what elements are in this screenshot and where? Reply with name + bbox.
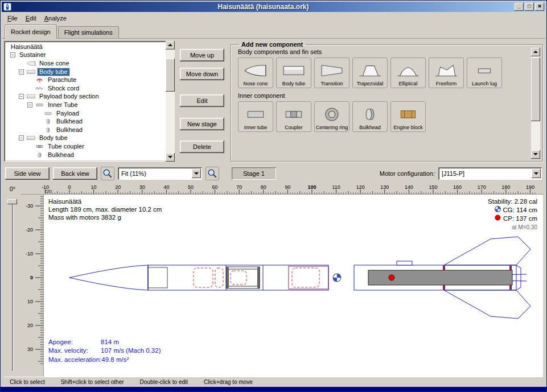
tree-item-bulkhead[interactable]: Bulkhead (6, 151, 166, 159)
tree-item-parachute[interactable]: Parachute (6, 76, 166, 84)
scrollbar-track[interactable] (166, 49, 175, 153)
tree-item-nose-cone[interactable]: Nose cone (6, 59, 166, 68)
zoom-fit-button[interactable] (205, 167, 219, 180)
palette-item-transition[interactable]: Transition (314, 57, 349, 88)
cp-symbol (389, 275, 394, 280)
fin-bottom-shape[interactable] (444, 290, 530, 319)
edit-button[interactable]: Edit (180, 94, 224, 107)
tabstrip: Rocket designFlight simulations (2, 24, 545, 39)
palette-item-trapezoidal[interactable]: Trapezoidal (352, 57, 388, 88)
tree-item-shock-cord[interactable]: Shock cord (6, 84, 166, 93)
palette-item-label: Trapezoidal (357, 81, 384, 86)
status-hint: Double-click to edit (140, 379, 188, 385)
bulkhead-shape[interactable] (227, 267, 228, 288)
palette-item-inner-tube[interactable]: Inner tube (238, 101, 273, 132)
tree-item-tube-coupler[interactable]: Tube coupler (6, 142, 166, 151)
svg-text:190: 190 (526, 184, 534, 190)
motor-config-label: Motor configuration: (380, 170, 435, 177)
cp-text: CP: 137 cm (503, 214, 537, 223)
scroll-up-icon[interactable] (166, 41, 175, 49)
view-toolbar: Side view Back view Fit (11%) Stage 1 Mo… (4, 164, 543, 183)
tree-item-body-tube[interactable]: −Body tube (6, 134, 166, 143)
scrollbar-thumb[interactable] (531, 57, 540, 121)
parachute-shape[interactable] (194, 268, 213, 287)
rocket-canvas[interactable]: Haisunäätä Length 189 cm, max. diameter … (44, 195, 543, 377)
payload-shape[interactable] (231, 271, 246, 284)
rotation-slider-track[interactable] (12, 201, 13, 371)
palette-item-engine-block[interactable]: Engine block (390, 101, 426, 132)
tree-item-payload[interactable]: Payload (6, 109, 166, 118)
zoom-select[interactable]: Fit (11%) (118, 167, 202, 180)
scroll-down-icon[interactable] (531, 150, 540, 159)
delete-button[interactable]: Delete (180, 141, 224, 153)
chevron-down-icon[interactable] (532, 169, 541, 178)
palette-item-bulkhead[interactable]: Bulkhead (352, 101, 388, 132)
tab-rocket-design[interactable]: Rocket design (5, 24, 57, 39)
chevron-down-icon[interactable] (192, 169, 201, 178)
status-hint: Shift+click to select other (61, 379, 124, 385)
nose-cone-shape[interactable] (69, 265, 148, 290)
tree-item-payload-body-section[interactable]: −Payload body section (6, 93, 166, 101)
move-up-button[interactable]: Move up (180, 49, 224, 61)
tree-collapse-handle[interactable]: − (19, 69, 24, 75)
palette-item-centering-ring[interactable]: Centering ring (314, 101, 349, 132)
svg-text:20: 20 (115, 184, 121, 190)
rotation-slider-handle[interactable] (7, 199, 17, 204)
maximize-button[interactable]: □ (525, 3, 534, 11)
bulkhead-shape[interactable] (258, 267, 260, 288)
close-button[interactable]: ✕ (535, 3, 544, 11)
menu-file[interactable]: File (3, 13, 22, 23)
palette-item-body-tube[interactable]: Body tube (276, 57, 311, 88)
rear-parachute-shape[interactable] (292, 268, 319, 287)
menu-edit[interactable]: Edit (22, 13, 40, 23)
tube-coupler-shape[interactable] (289, 266, 328, 289)
side-view-button[interactable]: Side view (5, 167, 50, 180)
fin-top-shape[interactable] (444, 237, 530, 265)
scroll-down-icon[interactable] (166, 153, 175, 162)
menu-analyze[interactable]: Analyze (40, 13, 71, 23)
bulkhead-icon (43, 118, 53, 125)
palette-item-nose-cone[interactable]: Nose cone (238, 57, 273, 88)
tree-collapse-handle[interactable]: − (10, 52, 15, 57)
palette-item-freeform[interactable]: Freeform (429, 57, 464, 88)
tree-item-label: Bulkhead (55, 126, 84, 134)
tree-collapse-handle[interactable]: − (19, 94, 24, 99)
zoom-in-button[interactable] (101, 167, 114, 180)
tree-scrollbar[interactable] (166, 41, 175, 162)
palette-item-launch-lug[interactable]: Launch lug (467, 57, 502, 88)
shock-cord-shape[interactable] (215, 268, 223, 287)
tree-collapse-handle[interactable]: − (27, 102, 32, 108)
tree-item-bulkhead[interactable]: Bulkhead (6, 126, 166, 134)
tree-item-label: Body tube (38, 68, 69, 76)
move-down-button[interactable]: Move down (180, 68, 224, 80)
tree-item-inner-tube[interactable]: −Inner Tube (6, 101, 166, 109)
minimize-button[interactable]: _ (515, 3, 524, 11)
motor-config-select[interactable]: [J115-P] (438, 167, 542, 180)
rocket-info: Haisunäätä Length 189 cm, max. diameter … (48, 197, 162, 221)
palette-item-coupler[interactable]: Coupler (276, 101, 311, 132)
tree-item-label: Sustainer (18, 51, 47, 59)
app-icon[interactable] (3, 3, 11, 11)
tree-item-sustainer[interactable]: −Sustainer (6, 51, 166, 60)
back-view-button[interactable]: Back view (53, 167, 97, 180)
tree-item-bulkhead[interactable]: Bulkhead (6, 117, 166, 126)
tree-item-body-tube[interactable]: −Body tube (6, 68, 166, 76)
palette-group-label: Inner component (238, 92, 531, 99)
svg-text:110: 110 (332, 184, 340, 190)
stage-1-toggle[interactable]: Stage 1 (232, 167, 276, 180)
palette-item-label: Freeform (436, 81, 457, 86)
tree-collapse-handle[interactable]: − (19, 135, 24, 141)
scrollbar-thumb[interactable] (166, 59, 175, 92)
launch-lug-shape[interactable] (397, 261, 412, 265)
titlebar[interactable]: Haisunäätä (haisunaata.ork) _ □ ✕ (2, 2, 545, 12)
tab-flight-simulations[interactable]: Flight simulations (58, 26, 119, 38)
palette-scrollbar[interactable] (531, 48, 540, 159)
tree-item-label: Payload body section (38, 93, 101, 100)
palette-item-elliptical[interactable]: Elliptical (390, 57, 426, 88)
new-stage-button[interactable]: New stage (180, 118, 224, 130)
inner-tube-shape[interactable] (227, 267, 260, 288)
scroll-up-icon[interactable] (531, 48, 540, 56)
scrollbar-track[interactable] (531, 56, 540, 150)
svg-text:170: 170 (478, 184, 486, 190)
tree-item-haisun-t[interactable]: Haisunäätä (6, 43, 166, 51)
